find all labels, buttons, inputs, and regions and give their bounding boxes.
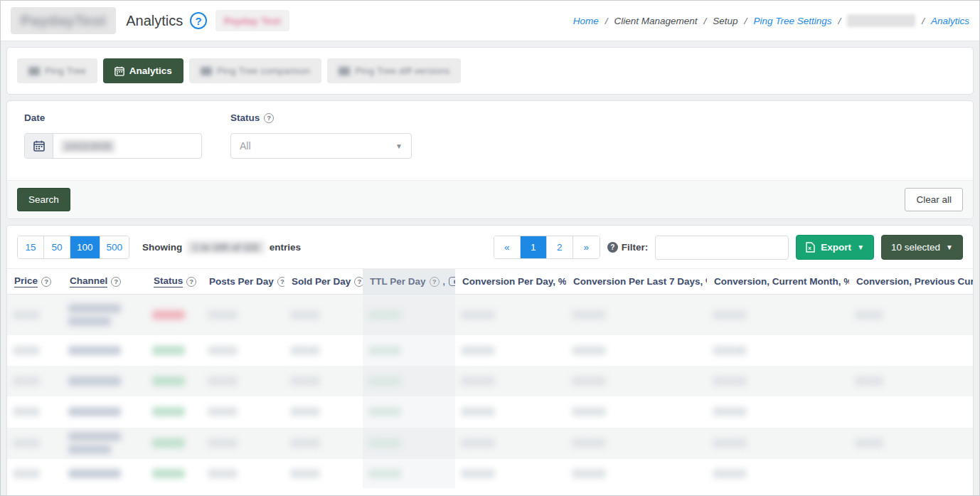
column-label: Posts Per Day [209, 276, 274, 287]
table-row[interactable] [7, 459, 974, 488]
breadcrumb-separator: / [704, 16, 707, 26]
analytics-table: Price?Channel?Status?Posts Per Day?Sold … [7, 268, 973, 488]
column-header-channel[interactable]: Channel? [63, 269, 147, 295]
compare-icon [201, 67, 212, 75]
column-help-icon[interactable]: ? [354, 277, 363, 287]
table-cell [455, 335, 566, 366]
column-label: Conversion, Current Month, % [714, 276, 849, 287]
column-header-price[interactable]: Price? [7, 269, 63, 295]
breadcrumb-item[interactable]: Ping Tree Settings [753, 16, 831, 26]
column-help-icon[interactable]: ? [430, 277, 440, 287]
tab-label: Analytics [129, 65, 172, 76]
page-size-500[interactable]: 500 [100, 236, 129, 258]
table-cell [707, 295, 849, 335]
filters-panel: Date 10/22/2025 Status ? All ▼ Search Cl… [6, 100, 974, 219]
filter-input[interactable] [655, 236, 789, 260]
table-cell [566, 295, 707, 335]
page-2[interactable]: 2 [547, 236, 573, 258]
table-cell [202, 428, 284, 459]
svg-text:x: x [809, 245, 812, 251]
column-label: Sold Per Day [292, 276, 351, 287]
columns-selected-button[interactable]: 10 selected ▼ [881, 235, 963, 260]
table-cell [147, 366, 202, 396]
table-cell [849, 295, 974, 335]
breadcrumb-item[interactable]: Home [573, 16, 599, 26]
table-cell [849, 335, 974, 366]
table-row[interactable] [7, 428, 974, 459]
status-select[interactable]: All ▼ [230, 133, 412, 159]
table-cell [284, 459, 363, 488]
breadcrumb-item-redacted [847, 14, 915, 27]
page-title: Analytics [126, 13, 183, 29]
table-cell [284, 295, 363, 335]
table-cell [63, 396, 147, 428]
calendar-icon[interactable] [25, 134, 53, 158]
app-logo[interactable]: PaydayTest [11, 7, 116, 34]
search-button[interactable]: Search [17, 188, 70, 211]
table-cell [147, 396, 202, 428]
column-help-icon[interactable]: ? [186, 277, 196, 287]
page-»[interactable]: » [573, 236, 600, 258]
table-row[interactable] [7, 295, 974, 335]
export-button[interactable]: x Export ▼ [796, 235, 874, 260]
tab-ping-tree[interactable]: Ping Tree [17, 58, 97, 83]
table-cell [284, 396, 363, 428]
filter-help-icon[interactable]: ? [607, 242, 618, 253]
ttl-toggle-icon[interactable] [449, 277, 455, 286]
status-help-icon[interactable]: ? [264, 113, 274, 123]
calendar-icon [114, 66, 124, 76]
table-cell [566, 366, 707, 396]
column-label: Conversion, Previous Current, % [856, 276, 974, 287]
column-label: Status [154, 275, 183, 287]
column-help-icon[interactable]: ? [111, 277, 121, 287]
table-row[interactable] [7, 335, 974, 366]
breadcrumb-item: Client Management [614, 16, 697, 26]
page-1[interactable]: 1 [521, 236, 547, 258]
table-cell [202, 366, 284, 396]
showing-entries: Showing 1 to 100 of 115 entries [142, 241, 301, 254]
column-help-icon[interactable]: ? [277, 277, 284, 287]
table-cell [63, 428, 147, 459]
results-panel: 1550100500 Showing 1 to 100 of 115 entri… [6, 225, 974, 496]
table-cell [849, 396, 974, 428]
breadcrumb-item[interactable]: Analytics [931, 16, 969, 26]
table-controls: 1550100500 Showing 1 to 100 of 115 entri… [7, 226, 973, 268]
column-help-icon[interactable]: ? [41, 277, 51, 287]
date-label: Date [24, 112, 202, 123]
table-cell [849, 459, 974, 488]
table-cell [707, 459, 849, 488]
page-size-100[interactable]: 100 [70, 236, 100, 258]
column-label: Channel [70, 275, 107, 287]
table-cell [455, 459, 566, 488]
table-row[interactable] [7, 366, 974, 396]
table-cell [363, 335, 455, 366]
page-«[interactable]: « [494, 236, 521, 258]
status-select-value: All [240, 140, 251, 152]
table-cell [63, 366, 147, 396]
column-header-status[interactable]: Status? [147, 269, 202, 295]
table-cell [284, 335, 363, 366]
table-cell [455, 295, 566, 335]
breadcrumb-separator: / [605, 16, 608, 26]
page-size-15[interactable]: 15 [18, 236, 44, 258]
table-cell [363, 428, 455, 459]
column-label: TTL Per Day [370, 276, 426, 287]
table-cell [707, 366, 849, 396]
column-header-conversion-per-day-: Conversion Per Day, %? [455, 269, 566, 295]
excel-file-icon: x [806, 242, 815, 253]
table-row[interactable] [7, 396, 974, 428]
filter-label: ? Filter: [607, 242, 649, 253]
tab-ping-tree-diff-versions[interactable]: Ping Tree diff versions [327, 58, 461, 83]
tab-label: Ping Tree diff versions [355, 65, 449, 76]
page-help-icon[interactable]: ? [190, 12, 207, 29]
date-value: 10/22/2025 [60, 139, 115, 153]
tab-ping-tree-comparison[interactable]: Ping Tree comparison [189, 58, 321, 83]
tab-analytics[interactable]: Analytics [103, 58, 183, 83]
column-label: Conversion Per Day, % [462, 276, 566, 287]
table-cell [849, 366, 974, 396]
date-input[interactable]: 10/22/2025 [24, 133, 202, 159]
page-size-50[interactable]: 50 [44, 236, 70, 258]
table-cell [63, 295, 147, 335]
table-header-row: Price?Channel?Status?Posts Per Day?Sold … [7, 269, 974, 295]
clear-all-button[interactable]: Clear all [905, 188, 963, 211]
